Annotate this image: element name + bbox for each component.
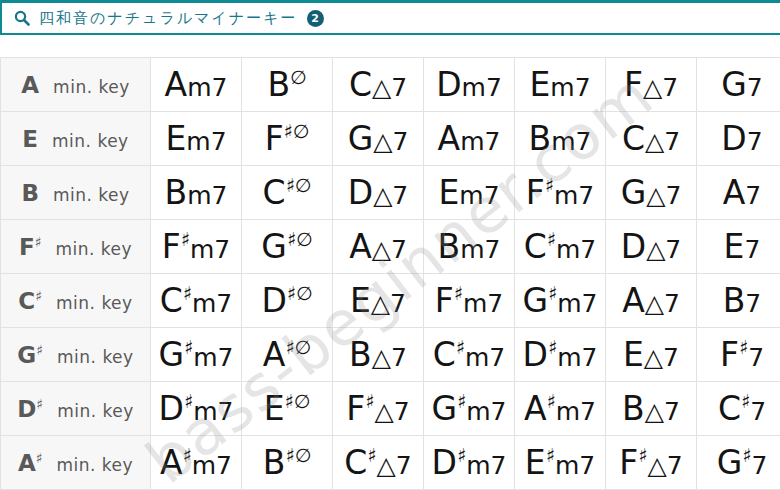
chord-root: E [264,389,285,428]
chord-cell: D♯m7 [515,328,606,382]
chord-cell: G♯m7 [151,328,242,382]
chord-cell: A♯m7 [151,436,242,490]
chord-root: A [165,65,188,104]
chord-root: D [721,119,746,158]
chord-superscript: ♯ [547,390,556,412]
chord-cell: F♯∅ [242,112,333,166]
key-root: C [18,288,35,314]
chord-superscript: ♯ [367,444,376,466]
chord-root: E [438,173,459,212]
key-sharp: ♯ [35,288,42,304]
chord-root: G [621,173,647,212]
chord-quality: m7 [550,73,590,102]
chord-quality: △7 [645,397,680,426]
chord-quality: △7 [373,127,408,156]
chord-root: C [524,227,547,266]
chord-cell: C♯△7 [333,436,424,490]
chord-root: C [160,281,183,320]
chord-superscript: ♯ [547,228,556,250]
chord-superscript: ♯ [457,444,466,466]
chord-cell: G♯m7 [424,382,515,436]
chord-quality: △7 [371,289,406,318]
chord-superscript: ♯ [545,174,554,196]
chord-quality: △7 [375,397,410,426]
chord-cell: B∅ [242,58,333,112]
chord-quality: m7 [459,181,499,210]
chord-cell: A♯m7 [515,382,606,436]
chord-root: B [529,119,552,158]
chord-cell: D♯∅ [242,274,333,328]
chord-table-wrapper: Amin. keyAm7B∅C△7Dm7Em7F△7G7Emin. keyEm7… [0,57,780,490]
chord-cell: C♯m7 [151,274,242,328]
chord-root: A [723,173,746,212]
chord-quality: 7 [747,127,763,156]
chord-cell: B♯∅ [242,436,333,490]
key-cell: Bmin. key [1,166,151,220]
table-row: Amin. keyAm7B∅C△7Dm7Em7F△7G7 [1,58,780,112]
chord-superscript: ♯∅ [285,336,311,358]
key-cell: G♯min. key [1,328,151,382]
key-suffix: min. key [57,347,134,367]
chord-root: A [160,443,183,482]
chord-superscript: ♯∅ [287,282,313,304]
chord-root: B [349,335,372,374]
chord-superscript: ♯ [184,390,193,412]
chord-superscript: ♯ [184,336,193,358]
key-suffix: min. key [52,131,129,151]
chord-root: C [622,119,645,158]
chord-root: D [159,389,184,428]
chord-cell: E△7 [333,274,424,328]
chord-root: E [165,119,186,158]
key-root: F [19,234,35,260]
table-row: D♯min. keyD♯m7E♯∅F♯△7G♯m7A♯m7B△7C♯7 [1,382,780,436]
chord-quality: m7 [465,343,505,372]
chord-superscript: ∅ [290,66,307,88]
chord-root: A [438,119,461,158]
key-suffix: min. key [56,293,133,313]
chord-cell: Bm7 [151,166,242,220]
chord-quality: m7 [555,451,595,480]
page: 四和音のナチュラルマイナーキー 2 Amin. keyAm7B∅C△7Dm7Em… [0,0,780,490]
chord-root: F [720,335,739,374]
chord-superscript: ♯ [456,336,465,358]
chord-cell: Em7 [424,166,515,220]
chord-cell: F♯7 [697,328,780,382]
chord-quality: m7 [187,73,227,102]
key-cell: Amin. key [1,58,151,112]
chord-root: C [718,389,741,428]
table-row: A♯min. keyA♯m7B♯∅C♯△7D♯m7E♯m7F♯△7G♯7 [1,436,780,490]
chord-superscript: ♯ [548,336,557,358]
chord-superscript: ♯∅ [286,174,312,196]
key-sharp: ♯ [36,450,43,466]
chord-root: F [526,173,545,212]
chord-root: D [432,443,457,482]
chord-quality: m7 [193,343,233,372]
chord-superscript: ♯ [181,228,190,250]
key-suffix: min. key [57,401,134,421]
key-cell: F♯min. key [1,220,151,274]
chord-quality: m7 [192,451,232,480]
table-row: G♯min. keyG♯m7A♯∅B△7C♯m7D♯m7E△7F♯7 [1,328,780,382]
chord-cell: A△7 [333,220,424,274]
chord-quality: m7 [186,127,226,156]
key-cell: Emin. key [1,112,151,166]
chord-quality: m7 [556,235,596,264]
key-root: A [21,72,39,98]
chord-superscript: ♯∅ [284,120,310,142]
chord-cell: E♯m7 [515,436,606,490]
chord-cell: Dm7 [424,58,515,112]
chord-cell: C△7 [333,58,424,112]
chord-table: Amin. keyAm7B∅C△7Dm7Em7F△7G7Emin. keyEm7… [0,57,780,490]
chord-quality: m7 [460,127,500,156]
chord-root: B [622,389,645,428]
chord-quality: 7 [748,343,764,372]
chord-root: B [267,65,290,104]
chord-root: A [524,389,547,428]
chord-cell: B7 [697,274,780,328]
chord-cell: G♯m7 [515,274,606,328]
key-root: E [22,126,38,152]
chord-cell: E♯∅ [242,382,333,436]
chord-quality: 7 [745,289,761,318]
chord-quality: △7 [372,235,407,264]
chord-quality: 7 [744,235,760,264]
